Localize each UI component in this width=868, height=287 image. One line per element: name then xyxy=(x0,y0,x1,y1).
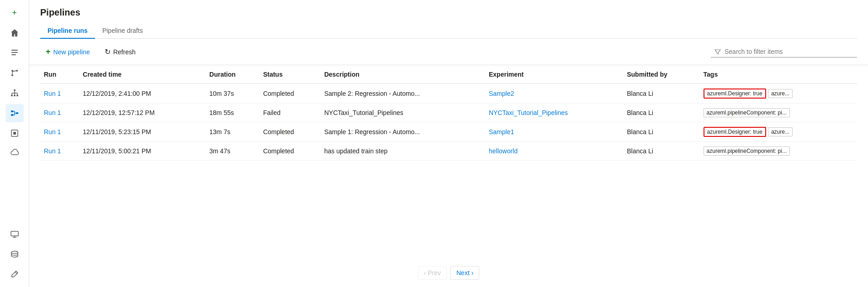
sidebar-bottom xyxy=(5,225,24,283)
table-container: Run Created time Duration Status Descrip… xyxy=(29,65,868,259)
next-chevron-icon: › xyxy=(471,269,474,277)
prev-button[interactable]: ‹ Prev xyxy=(418,266,447,280)
org-icon[interactable] xyxy=(5,84,24,102)
submitted-by-cell: Blanca Li xyxy=(623,84,699,104)
col-status: Status xyxy=(259,65,321,84)
box-icon[interactable] xyxy=(5,124,24,142)
search-input[interactable] xyxy=(725,48,852,55)
next-label: Next xyxy=(456,269,470,277)
search-container xyxy=(711,46,857,57)
table-row: Run 112/12/2019, 12:57:12 PM18m 55sFaile… xyxy=(40,104,857,122)
toolbar-left: + New pipeline ↻ Refresh xyxy=(40,44,707,59)
run-link[interactable]: Run 1 xyxy=(44,147,61,155)
col-tags: Tags xyxy=(700,65,857,84)
description-cell: Sample 2: Regression - Automo... xyxy=(321,84,485,104)
svg-rect-11 xyxy=(16,95,18,96)
svg-rect-2 xyxy=(11,54,16,55)
duration-cell: 13m 7s xyxy=(206,122,259,142)
svg-rect-10 xyxy=(14,95,16,96)
page-title: Pipelines xyxy=(40,7,857,18)
created-time-cell: 12/11/2019, 5:23:15 PM xyxy=(79,122,206,142)
submitted-by-cell: Blanca Li xyxy=(623,142,699,161)
pipeline-active-icon[interactable] xyxy=(5,104,24,122)
svg-point-4 xyxy=(16,70,18,72)
tag-badge: azure... xyxy=(768,89,793,98)
tag-badge: azureml.pipelineComponent: pi... xyxy=(704,108,790,117)
duration-cell: 10m 37s xyxy=(206,84,259,104)
table-body: Run 112/12/2019, 2:41:00 PM10m 37sComple… xyxy=(40,84,857,161)
svg-rect-25 xyxy=(13,132,16,135)
experiment-link[interactable]: helloworld xyxy=(489,147,518,155)
experiment-link[interactable]: Sample1 xyxy=(489,128,514,136)
submitted-by-cell: Blanca Li xyxy=(623,104,699,122)
description-cell: NYCTaxi_Tutorial_Pipelines xyxy=(321,104,485,122)
tab-pipeline-drafts[interactable]: Pipeline drafts xyxy=(95,23,150,39)
duration-cell: 3m 47s xyxy=(206,142,259,161)
tags-cell: azureml.Designer: trueazure... xyxy=(700,122,857,142)
filter-icon xyxy=(715,48,721,55)
plus-add-icon: + xyxy=(46,47,51,57)
col-submitted-by: Submitted by xyxy=(623,65,699,84)
description-cell: Sample 1: Regression - Automo... xyxy=(321,122,485,142)
svg-line-30 xyxy=(15,272,17,274)
run-link[interactable]: Run 1 xyxy=(44,90,61,97)
tag-badge: azureml.pipelineComponent: pi... xyxy=(704,146,790,156)
status-cell: Failed xyxy=(259,104,321,122)
refresh-icon: ↻ xyxy=(105,47,111,56)
sidebar: + xyxy=(0,0,29,287)
pagination: ‹ Prev Next › xyxy=(29,259,868,287)
svg-rect-1 xyxy=(11,52,18,53)
pipelines-table: Run Created time Duration Status Descrip… xyxy=(40,65,857,161)
duration-cell: 18m 55s xyxy=(206,104,259,122)
status-cell: Completed xyxy=(259,142,321,161)
next-button[interactable]: Next › xyxy=(450,266,479,280)
tag-badge: azureml.Designer: true xyxy=(704,127,766,137)
col-description: Description xyxy=(321,65,485,84)
db-icon[interactable] xyxy=(5,245,24,263)
cloud-icon[interactable] xyxy=(5,144,24,162)
svg-rect-17 xyxy=(11,110,13,112)
tag-badge: azure... xyxy=(768,127,793,136)
experiment-link[interactable]: NYCTaxi_Tutorial_Pipelines xyxy=(489,109,568,116)
status-cell: Completed xyxy=(259,84,321,104)
experiment-link[interactable]: Sample2 xyxy=(489,90,514,97)
branch-icon[interactable] xyxy=(5,64,24,82)
run-link[interactable]: Run 1 xyxy=(44,109,61,116)
tab-pipeline-runs[interactable]: Pipeline runs xyxy=(40,23,95,39)
prev-label: Prev xyxy=(428,269,441,277)
sidebar-top: + xyxy=(5,4,24,162)
col-experiment: Experiment xyxy=(485,65,623,84)
run-link[interactable]: Run 1 xyxy=(44,128,61,136)
created-time-cell: 12/12/2019, 2:41:00 PM xyxy=(79,84,206,104)
tabs-container: Pipeline runs Pipeline drafts xyxy=(40,23,857,39)
plus-icon[interactable]: + xyxy=(5,4,24,22)
table-row: Run 112/12/2019, 2:41:00 PM10m 37sComple… xyxy=(40,84,857,104)
tags-cell: azureml.pipelineComponent: pi... xyxy=(700,142,857,161)
table-row: Run 112/11/2019, 5:00:21 PM3m 47sComplet… xyxy=(40,142,857,161)
svg-rect-18 xyxy=(11,114,13,116)
refresh-button[interactable]: ↻ Refresh xyxy=(99,45,141,59)
created-time-cell: 12/11/2019, 5:00:21 PM xyxy=(79,142,206,161)
toolbar: + New pipeline ↻ Refresh xyxy=(29,39,868,65)
prev-chevron-icon: ‹ xyxy=(424,269,426,277)
svg-point-29 xyxy=(11,251,18,254)
monitor-icon[interactable] xyxy=(5,225,24,243)
description-cell: has updated train step xyxy=(321,142,485,161)
new-pipeline-label: New pipeline xyxy=(53,48,90,56)
tags-cell: azureml.Designer: trueazure... xyxy=(700,84,857,104)
tag-badge: azureml.Designer: true xyxy=(704,89,766,99)
page-header: Pipelines Pipeline runs Pipeline drafts xyxy=(29,0,868,39)
submitted-by-cell: Blanca Li xyxy=(623,122,699,142)
table-header: Run Created time Duration Status Descrip… xyxy=(40,65,857,84)
col-duration: Duration xyxy=(206,65,259,84)
home-icon[interactable] xyxy=(5,24,24,42)
svg-rect-0 xyxy=(11,50,18,51)
main-content: Pipelines Pipeline runs Pipeline drafts … xyxy=(29,0,868,287)
col-run: Run xyxy=(40,65,79,84)
new-pipeline-button[interactable]: + New pipeline xyxy=(40,44,95,59)
notes-icon[interactable] xyxy=(5,44,24,62)
edit-icon[interactable] xyxy=(5,265,24,283)
tags-cell: azureml.pipelineComponent: pi... xyxy=(700,104,857,122)
refresh-label: Refresh xyxy=(113,48,136,56)
svg-rect-9 xyxy=(11,95,13,96)
